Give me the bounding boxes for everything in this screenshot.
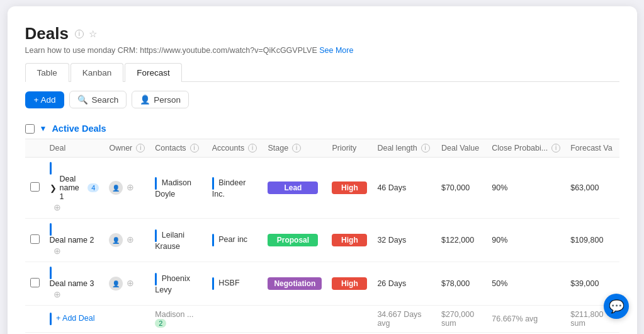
search-label: Search [91,95,118,105]
see-more-link[interactable]: See More [319,46,353,55]
deal-value: $70,000 [436,158,487,219]
active-deals-table: Deal Owner i Contacts i Accounts i Stage… [25,139,619,333]
account-name: HSBF [218,279,239,287]
active-deals-header-row: Deal Owner i Contacts i Accounts i Stage… [25,139,619,158]
add-owner-icon[interactable]: ⊕ [125,277,135,289]
search-icon: 🔍 [77,95,88,105]
avatar: 👤 [109,277,123,291]
chat-fab[interactable]: 💬 [604,294,629,319]
page-title-row: Deals i ☆ [25,24,619,43]
tab-forecast[interactable]: Forecast [125,63,182,82]
person-label: Person [154,95,181,105]
active-deals-title: Active Deals [52,124,106,134]
table-row: ❯ Deal name 1 4 ⊕ 👤 ⊕ Madison Doyle Bind… [25,158,619,219]
stage-badge[interactable]: Lead [268,181,318,194]
toolbar: + Add 🔍 Search 👤 Person [25,91,619,108]
col-deal-length: Deal length i [372,139,436,158]
search-button[interactable]: 🔍 Search [69,91,127,108]
col-deal-value: Deal Value [436,139,487,158]
add-owner-icon[interactable]: ⊕ [125,181,135,193]
col-checkbox [25,139,45,158]
row-checkbox[interactable] [30,234,40,244]
tab-table[interactable]: Table [25,63,69,82]
col-forecast-val: Forecast Va [565,139,619,158]
deal-length: 46 Days [372,158,436,219]
contact-name: Madison Doyle [155,178,191,199]
add-button[interactable]: + Add [25,91,65,108]
active-deals-header: ▼ Active Deals [25,121,619,136]
avatar: 👤 [109,233,123,247]
col-accounts: Accounts i [207,139,263,158]
add-contact-icon[interactable]: ⊕ [52,245,62,257]
account-name: Pear inc [218,235,247,244]
stage-badge[interactable]: Negotiation [268,277,322,290]
badge-count: 4 [88,183,99,192]
learn-link-row: Learn how to use monday CRM: https://www… [25,46,619,55]
summary-forecast-val: $211,800 [570,310,603,319]
deal-name: Deal name 2 [50,236,99,245]
add-deal-row[interactable]: + Add Deal Madison ... 2 34.667 Days avg… [25,306,619,333]
contact-initial: Madison ... [155,310,193,319]
table-row: Deal name 2 ⊕ 👤 ⊕ Leilani Krause Pear in… [25,219,619,262]
info-icon[interactable]: i [75,30,84,38]
avatar: 👤 [109,181,123,195]
close-prob: 90% [487,219,565,262]
main-card: Deals i ☆ Learn how to use monday CRM: h… [8,6,637,334]
col-priority: Priority [327,139,372,158]
summary-deal-value-val: $270,000 [441,310,474,319]
summary-deal-value-label: sum [441,319,456,328]
active-deals-checkbox[interactable] [25,124,35,134]
deal-length: 32 Days [372,219,436,262]
row-checkbox[interactable] [30,182,40,192]
close-prob: 90% [487,158,565,219]
col-stage: Stage i [263,139,327,158]
active-deals-section: ▼ Active Deals Deal Owner i Contacts i A… [25,121,619,333]
person-icon: 👤 [140,95,150,105]
tabs-row: Table Kanban Forecast [25,62,619,82]
add-deal-label[interactable]: + Add Deal [56,314,95,323]
add-contact-icon[interactable]: ⊕ [52,288,62,301]
contact-name: Leilani Krause [155,231,184,251]
active-deals-chevron[interactable]: ▼ [40,124,47,133]
col-owner: Owner i [104,139,150,158]
deal-length: 26 Days [372,262,436,306]
row-checkbox[interactable] [30,278,40,287]
active-deals-body: ❯ Deal name 1 4 ⊕ 👤 ⊕ Madison Doyle Bind… [25,158,619,333]
forecast-val: $109,800 [565,219,619,262]
deal-value: $78,000 [436,262,487,306]
tab-kanban[interactable]: Kanban [71,63,124,82]
col-close-prob: Close Probabi... i [487,139,565,158]
forecast-val: $63,000 [565,158,619,219]
priority-badge[interactable]: High [332,234,367,246]
summary-close-prob-val: 76.667% [492,314,523,323]
learn-text: Learn how to use monday CRM: https://www… [25,46,317,55]
col-contacts: Contacts i [150,139,206,158]
star-icon[interactable]: ☆ [89,28,97,40]
page-title: Deals [25,24,69,43]
deal-name: Deal name 3 [50,279,99,288]
add-contact-icon[interactable]: ⊕ [52,201,62,214]
summary-deal-length-label: avg [377,319,390,328]
table-row: Deal name 3 ⊕ 👤 ⊕ Phoenix Levy HSBF Nego… [25,262,619,306]
contact-name: Phoenix Levy [155,274,190,294]
close-prob: 50% [487,262,565,306]
summary-deal-length-val: 34.667 Days [377,310,421,319]
deal-name: ❯ Deal name 1 4 [50,175,99,201]
priority-badge[interactable]: High [332,277,367,290]
account-name: Bindeer Inc. [212,178,246,199]
col-deal: Deal [45,139,105,158]
add-owner-icon[interactable]: ⊕ [125,233,135,246]
active-deals-table-wrap: Deal Owner i Contacts i Accounts i Stage… [25,139,619,333]
deal-value: $122,000 [436,219,487,262]
summary-forecast-label: sum [570,319,585,328]
person-button[interactable]: 👤 Person [132,91,189,108]
summary-close-prob-label: avg [525,314,538,323]
contacts-badge: 2 [155,319,166,328]
stage-badge[interactable]: Proposal [268,234,318,246]
priority-badge[interactable]: High [332,181,367,194]
